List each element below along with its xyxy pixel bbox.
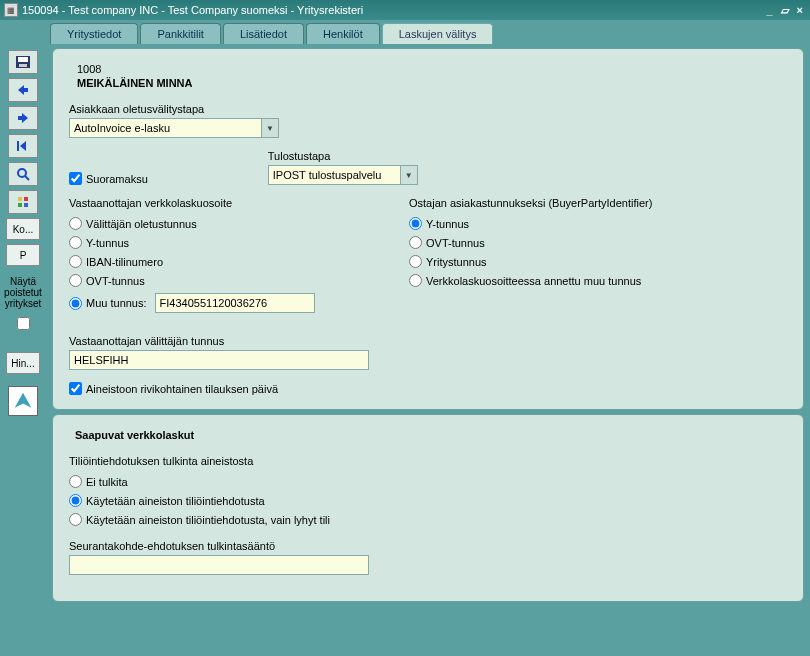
radio-kaytetaan[interactable]: Käytetään aineiston tiliöintiehdotusta <box>69 494 787 507</box>
arrow-left-icon[interactable] <box>8 78 38 102</box>
svg-line-8 <box>25 176 29 180</box>
tab-yritystiedot[interactable]: Yritystiedot <box>50 23 138 44</box>
tracking-input[interactable] <box>69 555 369 575</box>
radio-muu[interactable]: Muu tunnus: <box>69 297 147 310</box>
radio-ei-tulkita[interactable]: Ei tulkita <box>69 475 787 488</box>
svg-marker-3 <box>18 85 28 95</box>
hin-button[interactable]: Hin... <box>6 352 40 374</box>
incoming-title: Saapuvat verkkolaskut <box>75 429 787 441</box>
svg-marker-4 <box>18 113 28 123</box>
show-deleted-checkbox[interactable] <box>17 317 30 330</box>
ko-button[interactable]: Ko... <box>6 218 40 240</box>
arrow-right-icon[interactable] <box>8 106 38 130</box>
main-panel: 1008 MEIKÄLÄINEN MINNA Asiakkaan oletusv… <box>52 48 804 410</box>
tab-henkilot[interactable]: Henkilöt <box>306 23 380 44</box>
svg-rect-1 <box>18 57 28 62</box>
save-icon[interactable] <box>8 50 38 74</box>
tools-icon[interactable] <box>8 190 38 214</box>
incoming-panel: Saapuvat verkkolaskut Tiliöintiehdotukse… <box>52 414 804 602</box>
default-method-label: Asiakkaan oletusvälitystapa <box>69 103 787 115</box>
titlebar: ▦ 150094 - Test company INC - Test Compa… <box>0 0 810 20</box>
radio-buyer-yritystunnus[interactable]: Yritystunnus <box>409 255 787 268</box>
svg-rect-10 <box>24 197 28 201</box>
app-icon: ▦ <box>4 3 18 17</box>
intermediary-input[interactable] <box>69 350 369 370</box>
p-button[interactable]: P <box>6 244 40 266</box>
order-date-check-wrap[interactable]: Aineistoon rivikohtainen tilauksen päivä <box>69 382 787 395</box>
radio-buyer-ytunnus[interactable]: Y-tunnus <box>409 217 787 230</box>
window-title: 150094 - Test company INC - Test Company… <box>22 4 763 16</box>
print-method-label: Tulostustapa <box>268 150 418 162</box>
customer-id: 1008 <box>77 63 787 75</box>
order-date-label: Aineistoon rivikohtainen tilauksen päivä <box>86 383 278 395</box>
svg-marker-13 <box>15 393 32 408</box>
tracking-label: Seurantakohde-ehdotuksen tulkintasääntö <box>69 540 787 552</box>
svg-rect-9 <box>18 197 22 201</box>
radio-ytunnus[interactable]: Y-tunnus <box>69 236 369 249</box>
tab-lisatiedot[interactable]: Lisätiedot <box>223 23 304 44</box>
logo-icon[interactable] <box>8 386 38 416</box>
window-maximize-icon[interactable]: ▱ <box>778 4 792 17</box>
radio-ovt[interactable]: OVT-tunnus <box>69 274 369 287</box>
direct-payment-check-wrap[interactable]: Suoramaksu <box>69 172 148 185</box>
radio-buyer-ovt[interactable]: OVT-tunnus <box>409 236 787 249</box>
interpretation-label: Tiliöintiehdotuksen tulkinta aineistosta <box>69 455 787 467</box>
muu-tunnus-input[interactable] <box>155 293 315 313</box>
sidebar: Ko... P Näytä poistetut yritykset Hin... <box>0 20 46 656</box>
tab-laskujen-valitys[interactable]: Laskujen välitys <box>382 23 494 44</box>
recipient-address-label: Vastaanottajan verkkolaskuosoite <box>69 197 369 209</box>
print-method-select[interactable] <box>268 165 418 185</box>
radio-buyer-verkkolasku[interactable]: Verkkolaskuosoitteessa annettu muu tunnu… <box>409 274 787 287</box>
svg-rect-5 <box>17 141 19 151</box>
radio-kaytetaan-lyhyt[interactable]: Käytetään aineiston tiliöintiehdotusta, … <box>69 513 787 526</box>
order-date-checkbox[interactable] <box>69 382 82 395</box>
window-minimize-icon[interactable]: _ <box>763 4 775 17</box>
arrow-first-icon[interactable] <box>8 134 38 158</box>
window-close-icon[interactable]: × <box>794 4 806 17</box>
svg-rect-2 <box>19 64 27 67</box>
svg-rect-12 <box>24 203 28 207</box>
direct-payment-label: Suoramaksu <box>86 173 148 185</box>
tab-pankkitilit[interactable]: Pankkitilit <box>140 23 220 44</box>
radio-valittajan[interactable]: Välittäjän oletustunnus <box>69 217 369 230</box>
direct-payment-checkbox[interactable] <box>69 172 82 185</box>
svg-rect-11 <box>18 203 22 207</box>
show-deleted-label: Näytä poistetut yritykset <box>4 276 42 309</box>
default-method-select[interactable] <box>69 118 279 138</box>
customer-name: MEIKÄLÄINEN MINNA <box>77 77 787 89</box>
intermediary-label: Vastaanottajan välittäjän tunnus <box>69 335 787 347</box>
radio-iban[interactable]: IBAN-tilinumero <box>69 255 369 268</box>
buyer-id-label: Ostajan asiakastunnukseksi (BuyerPartyId… <box>409 197 787 209</box>
search-icon[interactable] <box>8 162 38 186</box>
svg-marker-6 <box>20 141 26 151</box>
tab-bar: Yritystiedot Pankkitilit Lisätiedot Henk… <box>50 20 806 44</box>
svg-point-7 <box>18 169 26 177</box>
